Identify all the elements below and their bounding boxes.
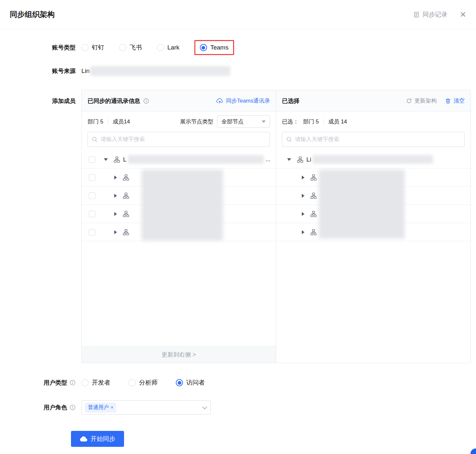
- move-to-right-button[interactable]: 更新到右侧 >: [82, 346, 276, 363]
- checkbox[interactable]: [89, 211, 95, 217]
- add-members-label-text: 添加成员: [52, 97, 76, 105]
- chevron-down-icon[interactable]: [287, 158, 291, 161]
- info-icon[interactable]: [143, 98, 149, 104]
- radio-circle: [119, 44, 126, 51]
- info-icon[interactable]: [70, 380, 76, 386]
- radio-label: 钉钉: [92, 43, 104, 52]
- radio-circle-checked: [200, 44, 207, 51]
- redacted-text: [128, 155, 264, 164]
- user-type-group: 开发者 分析师 访问者: [81, 378, 205, 387]
- start-sync-button[interactable]: 开始同步: [71, 431, 124, 447]
- dialog-header: 同步组织架构 同步记录 ✕: [0, 0, 476, 29]
- selected-prefix: 已选：: [282, 118, 299, 125]
- selected-panel-actions: 更新架构 清空: [406, 97, 465, 105]
- chevron-right-icon[interactable]: [114, 176, 117, 179]
- redacted-text: [90, 66, 230, 76]
- submit-row: 开始同步: [71, 431, 476, 447]
- header-actions: 同步记录 ✕: [413, 10, 466, 19]
- user-role-select[interactable]: 普通用户 ×: [81, 400, 211, 415]
- source-panel-title: 已同步的通讯录信息: [88, 97, 149, 105]
- selected-panel-header: 已选择 更新架构: [276, 90, 470, 112]
- radio-lark[interactable]: Lark: [157, 44, 179, 51]
- radio-circle: [157, 44, 164, 51]
- checkbox[interactable]: [89, 229, 95, 235]
- source-tree: L ...: [82, 151, 276, 346]
- cloud-icon: [80, 436, 87, 442]
- account-source-text: Lin: [81, 67, 90, 75]
- source-search-input[interactable]: [101, 136, 266, 143]
- node-type-filter: 展示节点类型 全部节点: [180, 115, 270, 128]
- role-tag: 普通用户 ×: [85, 403, 116, 413]
- chevron-right-icon[interactable]: [302, 230, 304, 234]
- selected-stats-row: 已选： 部门 5 成员 14: [276, 112, 470, 131]
- radio-analyst[interactable]: 分析师: [129, 378, 158, 387]
- user-type-label: 用户类型: [0, 379, 81, 387]
- radio-dingtalk[interactable]: 钉钉: [81, 43, 104, 52]
- radio-developer[interactable]: 开发者: [81, 378, 110, 387]
- tag-close-icon[interactable]: ×: [111, 405, 113, 410]
- info-icon[interactable]: [70, 404, 76, 410]
- selected-stats: 已选： 部门 5 成员 14: [282, 118, 347, 125]
- account-source-value: Lin: [81, 66, 230, 76]
- checkbox[interactable]: [89, 174, 95, 181]
- account-type-group: 钉钉 飞书 Lark Teams: [81, 40, 234, 55]
- add-members-row: 添加成员 已同步的通讯录信息: [0, 90, 476, 363]
- redacted-block: [142, 170, 223, 241]
- chevron-down-icon: [202, 404, 207, 409]
- chevron-right-icon[interactable]: [114, 230, 117, 234]
- document-icon: [413, 11, 420, 18]
- source-panel-header: 已同步的通讯录信息 同步Teams通讯录: [82, 90, 276, 112]
- sync-teams-contacts-label: 同步Teams通讯录: [226, 97, 270, 105]
- node-type-select[interactable]: 全部节点: [217, 115, 270, 128]
- sync-teams-contacts-button[interactable]: 同步Teams通讯录: [216, 97, 270, 105]
- org-icon: [310, 174, 317, 181]
- source-search-box: [88, 132, 270, 147]
- node-label: Li: [306, 156, 311, 163]
- org-icon: [310, 229, 317, 235]
- source-panel-title-text: 已同步的通讯录信息: [88, 97, 140, 105]
- redacted-text: [313, 155, 433, 164]
- radio-label: 访问者: [186, 378, 205, 387]
- cloud-sync-icon: [216, 98, 223, 104]
- selected-panel-title-text: 已选择: [282, 97, 300, 105]
- refresh-icon: [406, 98, 412, 104]
- user-role-row: 用户角色 普通用户 ×: [0, 400, 476, 415]
- account-type-label: 账号类型: [0, 44, 81, 51]
- chevron-right-icon[interactable]: [114, 194, 117, 198]
- clear-button[interactable]: 清空: [445, 97, 465, 105]
- source-stats-row: 部门 5 成员14 展示节点类型 全部节点: [82, 112, 276, 131]
- clear-label: 清空: [454, 97, 465, 105]
- radio-label: 分析师: [139, 378, 158, 387]
- radio-label: 开发者: [92, 378, 110, 387]
- chevron-right-icon[interactable]: [302, 176, 304, 179]
- dialog-title: 同步组织架构: [10, 9, 55, 20]
- selected-member-count: 成员 14: [328, 118, 347, 125]
- redacted-block: [319, 170, 405, 239]
- sync-records-button[interactable]: 同步记录: [413, 10, 447, 19]
- node-type-label: 展示节点类型: [180, 118, 213, 125]
- chevron-right-icon[interactable]: [302, 194, 304, 198]
- radio-visitor[interactable]: 访问者: [176, 378, 205, 387]
- trash-icon: [445, 98, 451, 104]
- close-icon[interactable]: ✕: [460, 11, 466, 19]
- chevron-right-icon[interactable]: [302, 212, 304, 216]
- chevron-right-icon[interactable]: [114, 212, 117, 216]
- node-type-value: 全部节点: [221, 118, 244, 125]
- radio-feishu[interactable]: 飞书: [119, 43, 142, 52]
- account-type-label-text: 账号类型: [52, 44, 76, 51]
- floating-help-button[interactable]: [470, 448, 476, 454]
- org-icon: [310, 192, 317, 199]
- start-sync-label: 开始同步: [91, 435, 115, 443]
- radio-label: 飞书: [130, 43, 142, 52]
- selected-search-input[interactable]: [295, 136, 460, 143]
- checkbox[interactable]: [89, 192, 95, 199]
- selected-panel: 已选择 更新架构: [276, 90, 470, 363]
- chevron-down-icon[interactable]: [104, 158, 108, 161]
- selected-panel-title: 已选择: [282, 97, 300, 105]
- account-type-row: 账号类型 钉钉 飞书 Lark Teams: [0, 38, 476, 57]
- tree-root-row[interactable]: L ...: [82, 151, 276, 168]
- refresh-structure-button[interactable]: 更新架构: [406, 97, 437, 105]
- tree-root-row[interactable]: Li: [276, 151, 470, 168]
- radio-teams[interactable]: Teams: [194, 40, 234, 55]
- checkbox[interactable]: [89, 156, 95, 163]
